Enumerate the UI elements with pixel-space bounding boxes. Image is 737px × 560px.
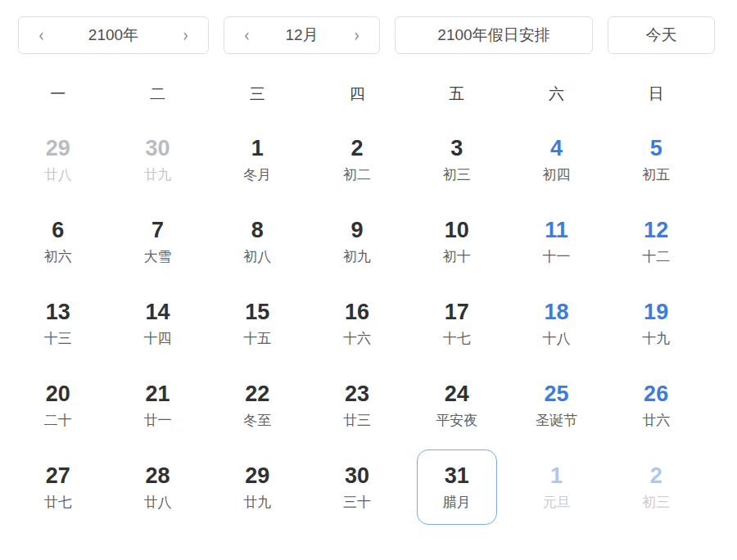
day-cell-13-十三[interactable]: 13十三	[8, 282, 108, 364]
day-cell-12-十二[interactable]: 12十二	[606, 201, 706, 282]
day-cell-27-廿七[interactable]: 27廿七	[8, 446, 108, 528]
day-lunar-label: 初四	[542, 164, 570, 187]
day-lunar-label: 腊月	[443, 491, 471, 514]
day-lunar-label: 大雪	[144, 246, 172, 269]
day-cell-25-圣诞节[interactable]: 25圣诞节	[507, 364, 607, 446]
day-cell-2-初三[interactable]: 2初三	[606, 446, 706, 528]
day-cell-10-初十[interactable]: 10初十	[407, 201, 507, 282]
day-cell-6-初六[interactable]: 6初六	[8, 201, 108, 282]
calendar-app: ‹ 2100年 › ‹ 12月 › 2100年假日安排 今天 一二三四五六日 2…	[0, 16, 737, 528]
weekday-header-row: 一二三四五六日	[8, 74, 706, 115]
day-cell-19-十九[interactable]: 19十九	[606, 282, 706, 364]
day-cell-11-十一[interactable]: 11十一	[507, 201, 607, 282]
day-box: 29廿九	[217, 449, 297, 525]
calendar-grid: 29廿八30廿九1冬月2初二3初三4初四5初五6初六7大雪8初八9初九10初十1…	[8, 119, 706, 528]
day-cell-2-初二[interactable]: 2初二	[307, 119, 407, 201]
month-selector[interactable]: ‹ 12月 ›	[224, 16, 380, 54]
day-cell-3-初三[interactable]: 3初三	[407, 119, 507, 201]
day-number: 9	[350, 215, 363, 246]
day-lunar-label: 十五	[243, 327, 271, 350]
day-lunar-label: 廿九	[144, 164, 172, 187]
day-box: 15十五	[217, 286, 297, 361]
day-number: 20	[46, 378, 70, 409]
chevron-left-icon[interactable]: ‹	[38, 25, 44, 45]
weekday-header-5: 五	[407, 74, 507, 115]
day-cell-31-腊月[interactable]: 31腊月	[407, 446, 507, 528]
day-number: 31	[445, 460, 469, 491]
day-lunar-label: 廿六	[642, 409, 670, 432]
day-lunar-label: 十一	[542, 246, 570, 269]
day-cell-1-元旦[interactable]: 1元旦	[507, 446, 607, 528]
day-cell-29-廿八[interactable]: 29廿八	[8, 119, 108, 201]
day-number: 17	[445, 296, 469, 327]
day-number: 7	[151, 215, 164, 246]
day-cell-5-初五[interactable]: 5初五	[606, 119, 706, 201]
day-number: 25	[544, 378, 568, 409]
day-number: 29	[245, 460, 269, 491]
chevron-left-icon[interactable]: ‹	[244, 25, 250, 45]
weekday-header-6: 六	[507, 74, 607, 115]
day-box: 20二十	[18, 368, 98, 443]
day-cell-16-十六[interactable]: 16十六	[307, 282, 407, 364]
day-number: 1	[251, 133, 264, 164]
day-cell-18-十八[interactable]: 18十八	[507, 282, 607, 364]
day-cell-28-廿八[interactable]: 28廿八	[108, 446, 208, 528]
day-box: 18十八	[516, 286, 596, 361]
day-box: 28廿八	[118, 449, 198, 525]
day-number: 27	[46, 460, 70, 491]
day-box: 13十三	[18, 286, 98, 361]
day-box: 30廿九	[118, 122, 198, 197]
day-number: 3	[450, 133, 463, 164]
year-selector[interactable]: ‹ 2100年 ›	[18, 16, 209, 54]
day-cell-29-廿九[interactable]: 29廿九	[207, 446, 307, 528]
year-value: 2100年	[88, 25, 138, 46]
day-cell-7-大雪[interactable]: 7大雪	[108, 201, 208, 282]
day-box: 8初八	[217, 204, 297, 279]
today-button[interactable]: 今天	[608, 16, 715, 54]
weekday-header-4: 四	[307, 74, 407, 115]
holiday-schedule-button[interactable]: 2100年假日安排	[395, 16, 593, 54]
day-box: 3初三	[417, 122, 497, 197]
day-box: 1冬月	[217, 122, 297, 197]
day-box: 2初三	[616, 449, 696, 525]
day-box: 24平安夜	[417, 368, 497, 443]
day-lunar-label: 十八	[542, 327, 570, 350]
day-cell-17-十七[interactable]: 17十七	[407, 282, 507, 364]
day-number: 19	[644, 296, 668, 327]
selected-day-box: 31腊月	[417, 449, 497, 525]
day-cell-8-初八[interactable]: 8初八	[207, 201, 307, 282]
day-cell-4-初四[interactable]: 4初四	[507, 119, 607, 201]
day-lunar-label: 初十	[443, 246, 471, 269]
day-box: 10初十	[417, 204, 497, 279]
day-cell-26-廿六[interactable]: 26廿六	[606, 364, 706, 446]
chevron-right-icon[interactable]: ›	[354, 25, 359, 45]
day-box: 21廿一	[118, 368, 198, 443]
day-cell-30-廿九[interactable]: 30廿九	[108, 119, 208, 201]
day-lunar-label: 元旦	[542, 491, 570, 514]
day-number: 13	[46, 296, 70, 327]
day-cell-21-廿一[interactable]: 21廿一	[108, 364, 208, 446]
day-lunar-label: 平安夜	[436, 409, 477, 432]
day-box: 14十四	[118, 286, 198, 361]
day-cell-20-二十[interactable]: 20二十	[8, 364, 108, 446]
day-box: 1元旦	[516, 449, 596, 525]
day-cell-15-十五[interactable]: 15十五	[207, 282, 307, 364]
day-cell-9-初九[interactable]: 9初九	[307, 201, 407, 282]
day-box: 9初九	[317, 204, 397, 279]
day-lunar-label: 廿七	[44, 491, 72, 514]
day-cell-22-冬至[interactable]: 22冬至	[207, 364, 307, 446]
day-box: 23廿三	[317, 368, 397, 443]
day-lunar-label: 十七	[443, 327, 471, 350]
day-lunar-label: 冬至	[243, 409, 271, 432]
day-number: 14	[146, 296, 170, 327]
day-lunar-label: 十三	[44, 327, 72, 350]
day-cell-24-平安夜[interactable]: 24平安夜	[407, 364, 507, 446]
day-cell-1-冬月[interactable]: 1冬月	[207, 119, 307, 201]
day-cell-14-十四[interactable]: 14十四	[108, 282, 208, 364]
day-cell-30-三十[interactable]: 30三十	[307, 446, 407, 528]
day-box: 6初六	[18, 204, 98, 279]
day-number: 2	[350, 133, 363, 164]
day-cell-23-廿三[interactable]: 23廿三	[307, 364, 407, 446]
chevron-right-icon[interactable]: ›	[183, 25, 188, 45]
day-box: 17十七	[417, 286, 497, 361]
